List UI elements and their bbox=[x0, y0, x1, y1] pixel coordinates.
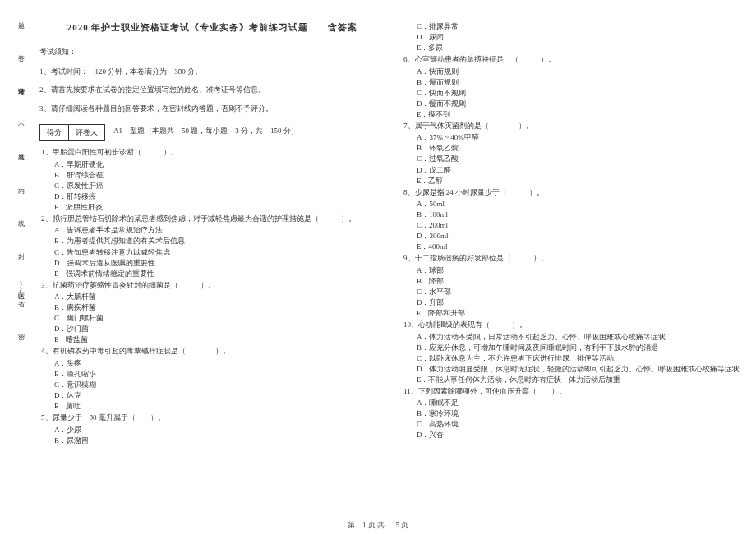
question-block: 9、十二指肠溃疡的好发部位是（ ）。 A．球部 B．降部 C．水平部 D．升部 … bbox=[402, 252, 748, 319]
option: A．大肠杆菌 bbox=[54, 292, 385, 302]
q-text: 属于气体灭菌剂的是（ ）。 bbox=[415, 122, 533, 130]
option: B．100ml bbox=[417, 209, 748, 220]
option: C．意识模糊 bbox=[54, 380, 385, 390]
option: A．少尿 bbox=[54, 425, 385, 435]
q-text: 心功能Ⅲ级的表现有（ ）。 bbox=[418, 320, 527, 329]
q-text: 拟行胆总管结石切除术的某患者感到焦虑，对于减轻焦虑最为合适的护理措施是（ ）。 bbox=[53, 214, 356, 223]
question-block: 6、心室颤动患者的脉搏特征是 （ ）。 A．快而规则 B．慢而规则 C．快而不规… bbox=[402, 53, 748, 120]
exam-title: 2020 年护士职业资格证考试《专业实务》考前练习试题 含答案 bbox=[39, 21, 385, 34]
option: A．睡眠不足 bbox=[417, 398, 748, 408]
question-block: 4、有机磷农药中毒引起的毒蕈碱样症状是（ ）。 A．头疼 B．瞳孔缩小 C．意识… bbox=[39, 345, 385, 412]
question-block: 7、属于气体灭菌剂的是（ ）。 A．37% ~ 40%甲醛 B．环氧乙烷 C．过… bbox=[402, 120, 748, 186]
section-type-title: A1 型题（本题共 50 题，每小题 3 分，共 150 分） bbox=[113, 126, 298, 136]
option: C．快而不规则 bbox=[417, 88, 748, 99]
question-block: 11、下列因素除哪项外，可使血压升高（ ）。 A．睡眠不足 B．寒冷环境 C．高… bbox=[402, 385, 748, 441]
option: B．为患者提供其想知道的有关术后信息 bbox=[54, 236, 385, 246]
option: D．尿闭 bbox=[417, 32, 748, 43]
option: A．头疼 bbox=[54, 358, 385, 369]
q-number: 11、 bbox=[403, 387, 418, 395]
q-number: 7、 bbox=[403, 122, 415, 130]
question-block: 10、心功能Ⅲ级的表现有（ ）。 A．体力活动不受限，日常活动不引起乏力、心悸、… bbox=[402, 319, 748, 385]
option: B．寒冷环境 bbox=[417, 408, 748, 419]
q-text: 少尿是指 24 小时尿量少于（ ）。 bbox=[415, 188, 545, 196]
option: D．300ml bbox=[417, 231, 748, 242]
option: C．原发性肝癌 bbox=[54, 181, 385, 191]
option: C．过氧乙酸 bbox=[417, 154, 748, 164]
grader-label: 评卷人 bbox=[69, 125, 104, 140]
option: D．休克 bbox=[54, 390, 385, 401]
column-left: 2020 年护士职业资格证考试《专业实务》考前练习试题 含答案 考试须知： 1、… bbox=[39, 7, 385, 509]
option: C．水平部 bbox=[417, 287, 748, 297]
option: C．排尿异常 bbox=[417, 21, 748, 32]
instruction: 1、考试时间： 120 分钟，本卷满分为 380 分。 bbox=[39, 66, 385, 77]
q-number: 10、 bbox=[403, 320, 418, 329]
option: C．幽门螺杆菌 bbox=[54, 313, 385, 324]
option: A．快而规则 bbox=[417, 67, 748, 77]
option: D．戊二醛 bbox=[417, 165, 748, 176]
binding-margin: 题 答 号证考准 不 名姓 内 线 封 )区市(省 密 bbox=[8, 7, 33, 509]
option: D．兴奋 bbox=[417, 430, 748, 440]
option: B．降部 bbox=[417, 276, 748, 287]
option: E．乙醇 bbox=[417, 176, 748, 186]
option: B．肝肾综合征 bbox=[54, 170, 385, 181]
option: B．环氧乙烷 bbox=[417, 143, 748, 154]
option: D．强调术后遵从医嘱的重要性 bbox=[54, 258, 385, 269]
option: C．200ml bbox=[417, 220, 748, 231]
option: A．体力活动不受限，日常活动不引起乏力、心悸、呼吸困难或心绞痛等症状 bbox=[417, 332, 748, 343]
notice-heading: 考试须知： bbox=[39, 47, 385, 58]
q-number: 5、 bbox=[41, 413, 53, 421]
option: C．以卧床休息为主，不允许患者下床进行排尿、排便等活动 bbox=[417, 353, 748, 364]
option: E．嗜盐菌 bbox=[54, 334, 385, 345]
option: B．瞳孔缩小 bbox=[54, 369, 385, 380]
question-block: 3、抗菌药治疗萎缩性胃炎针对的细菌是（ ）。 A．大肠杆菌 B．痢疾杆菌 C．幽… bbox=[39, 279, 385, 346]
q-number: 1、 bbox=[41, 148, 53, 156]
option: D．体力活动明显受限，休息时无症状，轻微的活动即可引起乏力、心悸、呼吸困难或心绞… bbox=[417, 364, 748, 375]
option: E．淤胆性肝炎 bbox=[54, 202, 385, 213]
option: E．摸不到 bbox=[417, 109, 748, 120]
page-footer: 第 1 页 共 15 页 bbox=[0, 520, 756, 531]
question-block: 5、尿量少于 80 毫升属于（ ）。 A．少尿 B．尿潴留 bbox=[39, 412, 385, 446]
score-box: 得分 评卷人 bbox=[39, 124, 105, 141]
q-text: 下列因素除哪项外，可使血压升高（ ）。 bbox=[418, 387, 566, 395]
option: D．慢而不规则 bbox=[417, 99, 748, 109]
q-number: 8、 bbox=[403, 188, 415, 196]
option: A．50ml bbox=[417, 199, 748, 209]
option: D．沙门菌 bbox=[54, 324, 385, 334]
q-number: 4、 bbox=[41, 347, 53, 355]
option: E．多尿 bbox=[417, 43, 748, 53]
option: B．应充分休息，可增加午睡时间及夜间睡眠时间，有利于下肢水肿的消退 bbox=[417, 343, 748, 353]
option: E．强调术前情绪稳定的重要性 bbox=[54, 269, 385, 279]
option: E．400ml bbox=[417, 242, 748, 252]
option: E．降部和升部 bbox=[417, 308, 748, 319]
option: C．告知患者转移注意力以减轻焦虑 bbox=[54, 247, 385, 258]
option: A．早期肝硬化 bbox=[54, 159, 385, 170]
column-right: C．排尿异常 D．尿闭 E．多尿 6、心室颤动患者的脉搏特征是 （ ）。 A．快… bbox=[402, 7, 748, 509]
q-text: 抗菌药治疗萎缩性胃炎针对的细菌是（ ）。 bbox=[53, 281, 215, 289]
option: A．告诉患者手术是常规治疗方法 bbox=[54, 225, 385, 236]
q-text: 有机磷农药中毒引起的毒蕈碱样症状是（ ）。 bbox=[53, 347, 230, 355]
q-number: 2、 bbox=[41, 214, 53, 223]
q-text: 尿量少于 80 毫升属于（ ）。 bbox=[53, 413, 165, 421]
option: D．肝转移癌 bbox=[54, 191, 385, 202]
q-text: 甲胎蛋白阳性可初步诊断（ ）。 bbox=[53, 148, 178, 156]
option: E．脑吐 bbox=[54, 401, 385, 412]
option: A．球部 bbox=[417, 265, 748, 276]
option: A．37% ~ 40%甲醛 bbox=[417, 132, 748, 143]
content-area: 2020 年护士职业资格证考试《专业实务》考前练习试题 含答案 考试须知： 1、… bbox=[33, 7, 748, 509]
q-number: 9、 bbox=[403, 254, 415, 262]
option: E．不能从事任何体力活动，休息时亦有症状，体力活动后加重 bbox=[417, 375, 748, 385]
q-text: 十二指肠溃疡的好发部位是（ ）。 bbox=[415, 254, 548, 262]
q-text: 心室颤动患者的脉搏特征是 （ ）。 bbox=[415, 55, 555, 63]
option: B．慢而规则 bbox=[417, 77, 748, 88]
option: B．尿潴留 bbox=[54, 435, 385, 446]
option: D．升部 bbox=[417, 297, 748, 308]
instruction: 2、请首先按要求在试卷的指定位置填写您的姓名、准考证号等信息。 bbox=[39, 84, 385, 95]
question-block: 1、甲胎蛋白阳性可初步诊断（ ）。 A．早期肝硬化 B．肝肾综合征 C．原发性肝… bbox=[39, 146, 385, 213]
question-block: 2、拟行胆总管结石切除术的某患者感到焦虑，对于减轻焦虑最为合适的护理措施是（ ）… bbox=[39, 213, 385, 279]
option: C．高热环境 bbox=[417, 419, 748, 430]
question-block: 8、少尿是指 24 小时尿量少于（ ）。 A．50ml B．100ml C．20… bbox=[402, 186, 748, 253]
q-number: 6、 bbox=[403, 55, 415, 63]
option: B．痢疾杆菌 bbox=[54, 302, 385, 313]
instruction: 3、请仔细阅读各种题目的回答要求，在密封线内答题，否则不予评分。 bbox=[39, 103, 385, 114]
score-label: 得分 bbox=[40, 125, 69, 140]
